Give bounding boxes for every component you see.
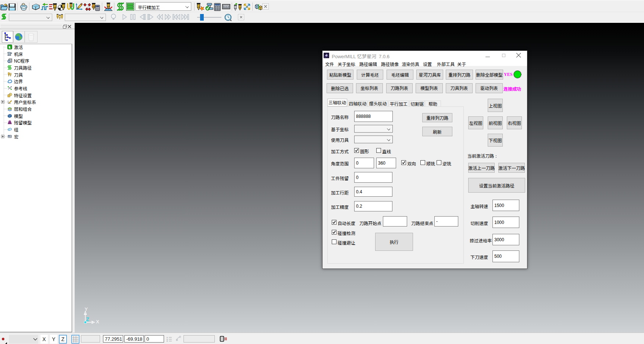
svg-text:z: z: [167, 340, 168, 342]
svg-text:X: X: [96, 319, 99, 324]
svg-text:Y: Y: [85, 306, 88, 312]
